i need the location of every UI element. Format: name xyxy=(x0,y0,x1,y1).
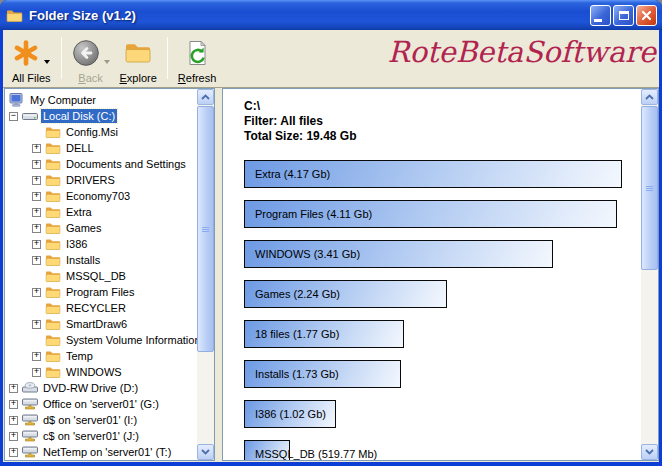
expand-toggle-icon[interactable]: + xyxy=(32,352,41,361)
expand-toggle-icon[interactable]: + xyxy=(32,256,41,265)
tree-item[interactable]: +DVD-RW Drive (D:) xyxy=(5,380,197,396)
minimize-button[interactable] xyxy=(590,5,611,26)
toolbar-button-all-files[interactable]: All Files xyxy=(7,33,56,85)
tree-item-label[interactable]: Temp xyxy=(64,349,95,363)
tree-item-label[interactable]: Config.Msi xyxy=(64,125,120,139)
tree-item-label[interactable]: Games xyxy=(64,221,103,235)
tree-item[interactable]: −Local Disk (C:) xyxy=(5,108,197,124)
tree-item[interactable]: +SmartDraw6 xyxy=(5,316,197,332)
collapse-toggle-icon[interactable]: − xyxy=(9,112,18,121)
tree-item[interactable]: +Temp xyxy=(5,348,197,364)
tree-item[interactable]: System Volume Information xyxy=(5,332,197,348)
expand-toggle-icon[interactable]: + xyxy=(9,448,18,457)
scroll-thumb[interactable] xyxy=(197,106,214,352)
tree-item-label[interactable]: Installs xyxy=(64,253,102,267)
expand-toggle-icon[interactable]: + xyxy=(32,368,41,377)
expand-toggle-icon[interactable]: + xyxy=(9,432,18,441)
tree-item[interactable]: +DELL xyxy=(5,140,197,156)
expand-toggle-icon[interactable]: + xyxy=(9,400,18,409)
tree-scrollbar[interactable] xyxy=(197,89,214,460)
tree-item-label[interactable]: DRIVERS xyxy=(64,173,117,187)
expand-toggle-icon[interactable]: + xyxy=(9,384,18,393)
tree-item[interactable]: +d$ on 'server01' (I:) xyxy=(5,412,197,428)
tree-item[interactable]: +Installs xyxy=(5,252,197,268)
expand-spacer xyxy=(32,272,41,281)
folder-size-bar[interactable]: Games (2.24 Gb) xyxy=(244,280,447,308)
folder-icon xyxy=(45,269,61,283)
tree-item-label[interactable]: I386 xyxy=(64,237,89,251)
expand-toggle-icon[interactable]: + xyxy=(9,416,18,425)
tree-item-label[interactable]: RECYCLER xyxy=(64,301,128,315)
tree-item[interactable]: RECYCLER xyxy=(5,300,197,316)
folder-size-bar[interactable]: I386 (1.02 Gb) xyxy=(244,400,336,428)
expand-toggle-icon[interactable]: + xyxy=(32,320,41,329)
folder-size-bar[interactable]: WINDOWS (3.41 Gb) xyxy=(244,240,553,268)
scroll-down-button[interactable] xyxy=(641,444,658,460)
tree-item[interactable]: +Extra xyxy=(5,204,197,220)
dropdown-caret-icon[interactable] xyxy=(44,60,50,64)
scroll-thumb[interactable] xyxy=(641,106,658,270)
toolbar-button-explore[interactable]: Explore xyxy=(115,33,162,85)
tree-item[interactable]: Config.Msi xyxy=(5,124,197,140)
toolbar-button-back[interactable]: Back xyxy=(67,33,115,85)
expand-toggle-icon[interactable]: + xyxy=(32,160,41,169)
folder-size-bar[interactable]: 18 files (1.77 Gb) xyxy=(244,320,404,348)
tree-item[interactable]: My Computer xyxy=(5,92,197,108)
minimize-icon xyxy=(594,19,602,22)
tree-item-label[interactable]: d$ on 'server01' (I:) xyxy=(41,413,139,427)
folder-size-bar[interactable]: Program Files (4.11 Gb) xyxy=(244,200,617,228)
tree-item[interactable]: +Economy703 xyxy=(5,188,197,204)
tree-item[interactable]: MSSQL_DB xyxy=(5,268,197,284)
scroll-up-button[interactable] xyxy=(197,89,214,105)
tree-item-label[interactable]: WINDOWS xyxy=(64,365,124,379)
folder-size-bar[interactable]: Installs (1.73 Gb) xyxy=(244,360,401,388)
maximize-button[interactable] xyxy=(613,5,634,26)
tree-item[interactable]: +NetTemp on 'server01' (T:) xyxy=(5,444,197,460)
tree-item-label[interactable]: Economy703 xyxy=(64,189,132,203)
expand-toggle-icon[interactable]: + xyxy=(32,144,41,153)
tree-item-label[interactable]: System Volume Information xyxy=(64,333,197,347)
tree-item[interactable]: +WINDOWS xyxy=(5,364,197,380)
tree-item-label[interactable]: Local Disk (C:) xyxy=(41,109,117,123)
expand-toggle-icon[interactable]: + xyxy=(32,176,41,185)
tree-item-label[interactable]: SmartDraw6 xyxy=(64,317,129,331)
tree-item-label[interactable]: MSSQL_DB xyxy=(64,269,128,283)
tree-item-label[interactable]: My Computer xyxy=(28,93,98,107)
tree-item-label[interactable]: Program Files xyxy=(64,285,136,299)
tree-item[interactable]: +Documents and Settings xyxy=(5,156,197,172)
tree-item-label[interactable]: Extra xyxy=(64,205,94,219)
tree-item[interactable]: +I386 xyxy=(5,236,197,252)
tree-item[interactable]: +DRIVERS xyxy=(5,172,197,188)
folder-icon xyxy=(45,349,61,363)
scroll-up-button[interactable] xyxy=(641,89,658,105)
expand-toggle-icon[interactable]: + xyxy=(32,224,41,233)
tree-item-label[interactable]: c$ on 'server01' (J:) xyxy=(41,429,141,443)
scroll-down-button[interactable] xyxy=(197,444,214,460)
tree-item-label[interactable]: Documents and Settings xyxy=(64,157,188,171)
toolbar-button-refresh[interactable]: Refresh xyxy=(173,33,222,85)
titlebar[interactable]: Folder Size (v1.2) xyxy=(0,0,662,30)
expand-toggle-icon[interactable]: + xyxy=(32,288,41,297)
chevron-up-icon xyxy=(201,94,210,100)
expand-toggle-icon[interactable]: + xyxy=(32,192,41,201)
tree-item-label[interactable]: NetTemp on 'server01' (T:) xyxy=(41,445,173,459)
expand-toggle-icon[interactable]: + xyxy=(32,240,41,249)
toolbar-button-label: All Files xyxy=(12,72,51,84)
dropdown-caret-icon[interactable] xyxy=(104,60,110,64)
tree-item-label[interactable]: DVD-RW Drive (D:) xyxy=(41,381,140,395)
folder-size-bar-label: Installs (1.73 Gb) xyxy=(245,368,339,380)
close-button[interactable] xyxy=(636,5,657,26)
tree-item-label[interactable]: DELL xyxy=(64,141,96,155)
tree-item[interactable]: +Program Files xyxy=(5,284,197,300)
folder-size-bar-label: Program Files (4.11 Gb) xyxy=(245,208,372,220)
panel-splitter[interactable] xyxy=(215,88,222,461)
tree-item[interactable]: +Office on 'server01' (G:) xyxy=(5,396,197,412)
folder-size-bar[interactable]: MSSQL_DB (519.77 Mb) xyxy=(244,440,290,461)
folder-size-bar[interactable]: Extra (4.17 Gb) xyxy=(244,160,622,188)
tree-item[interactable]: +c$ on 'server01' (J:) xyxy=(5,428,197,444)
chevron-down-icon xyxy=(645,449,654,455)
expand-toggle-icon[interactable]: + xyxy=(32,208,41,217)
content-scrollbar[interactable] xyxy=(641,89,658,460)
tree-item[interactable]: +Games xyxy=(5,220,197,236)
tree-item-label[interactable]: Office on 'server01' (G:) xyxy=(41,397,161,411)
